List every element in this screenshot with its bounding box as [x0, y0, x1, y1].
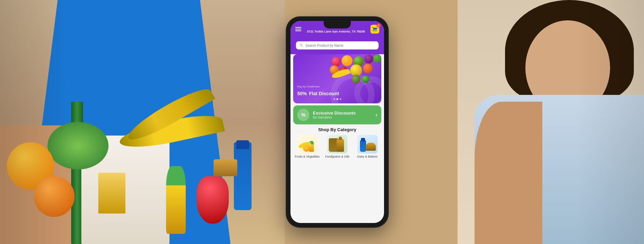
category-img-fruits — [297, 135, 317, 154]
location-address: 3721 Todds Lane San Antonio, TX 78205 — [307, 30, 365, 33]
phone-mockup: Location 3721 Todds Lane San Antonio, TX… — [286, 17, 388, 227]
category-item-fruits[interactable]: Fruits & Vegtables — [293, 135, 321, 158]
category-label-food: Foodgrains & Oils — [325, 155, 349, 158]
banner-fruits — [329, 54, 381, 86]
promo-banner: Pay by CreditCard 50% Flat Discount — [293, 54, 381, 103]
category-img-dairy — [357, 135, 378, 154]
banner-percent: 50% — [297, 91, 307, 96]
search-icon — [299, 43, 303, 47]
discount-icon: % — [297, 109, 309, 121]
category-title: Shop By Category — [293, 127, 381, 132]
exclusive-subtitle: for members — [313, 116, 372, 119]
banner-discount: 50% Flat Discount — [297, 88, 377, 97]
category-grid: Fruits & Vegtables Foodgrains & Oils — [293, 135, 381, 158]
exclusive-title: Exclusive Discounts — [313, 110, 372, 116]
banner-flat-discount: Flat Discount — [309, 91, 339, 96]
search-bar[interactable] — [296, 41, 379, 49]
phone-screen: Location 3721 Todds Lane San Antonio, TX… — [290, 21, 384, 223]
left-vignette — [0, 0, 68, 244]
right-vignette — [576, 0, 644, 244]
category-img-food — [327, 135, 347, 154]
menu-button[interactable] — [295, 27, 301, 31]
category-item-dairy[interactable]: Dairy & Bakers — [353, 135, 381, 158]
banner-pay-text: Pay by CreditCard — [297, 85, 377, 88]
exclusive-discounts-banner[interactable]: % Exclusive Discounts for members › — [293, 105, 381, 124]
phone-notch — [324, 21, 351, 28]
exclusive-arrow-icon: › — [376, 112, 377, 118]
phone-frame: Location 3721 Todds Lane San Antonio, TX… — [286, 17, 388, 227]
category-section: Shop By Category Fruits & Vegtables — [290, 127, 384, 158]
category-label-fruits: Fruits & Vegtables — [295, 155, 320, 158]
category-label-dairy: Dairy & Bakers — [357, 155, 378, 158]
cart-button[interactable]: 2 — [370, 25, 379, 34]
exclusive-text-area: Exclusive Discounts for members — [313, 110, 372, 119]
category-item-food[interactable]: Foodgrains & Oils — [323, 135, 351, 158]
search-input[interactable] — [305, 44, 375, 47]
